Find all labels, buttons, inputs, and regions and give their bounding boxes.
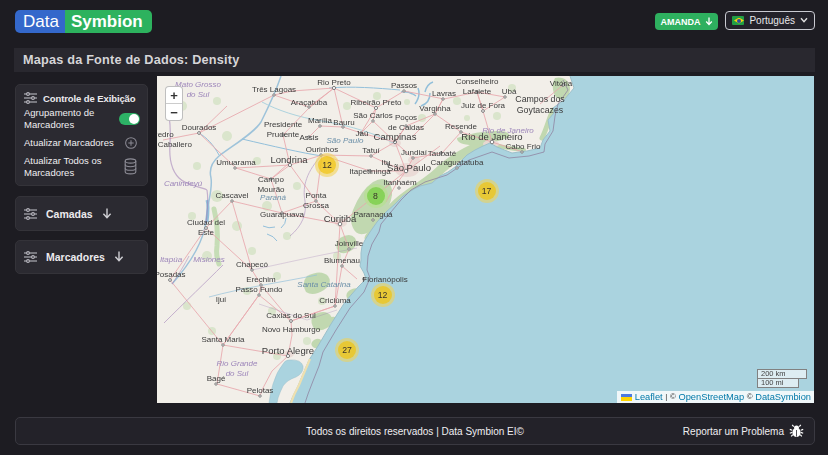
svg-text:Paranaguá: Paranaguá bbox=[353, 210, 393, 219]
svg-text:São Paulo: São Paulo bbox=[387, 162, 431, 173]
svg-text:Este: Este bbox=[198, 228, 215, 237]
svg-text:Cascavel: Cascavel bbox=[216, 191, 249, 200]
svg-text:Porto Alegre: Porto Alegre bbox=[262, 345, 314, 356]
svg-text:São Carlos: São Carlos bbox=[353, 111, 393, 120]
svg-text:Joinville: Joinville bbox=[335, 239, 364, 248]
svg-text:Guarapuava: Guarapuava bbox=[260, 210, 305, 219]
svg-text:Passo Fundo: Passo Fundo bbox=[235, 285, 283, 294]
svg-text:Lavras: Lavras bbox=[432, 89, 456, 98]
svg-text:Umuarama: Umuarama bbox=[216, 158, 256, 167]
svg-text:Blumenau: Blumenau bbox=[324, 256, 360, 265]
svg-text:Assis: Assis bbox=[299, 133, 318, 142]
svg-text:Itapúa: Itapúa bbox=[160, 255, 183, 264]
svg-text:Erechim: Erechim bbox=[246, 275, 276, 284]
svg-text:Pedro: Pedro bbox=[157, 130, 174, 139]
svg-text:Poços: Poços bbox=[395, 113, 417, 122]
svg-text:Ourinhos: Ourinhos bbox=[306, 145, 338, 154]
svg-text:Ijuí: Ijuí bbox=[216, 295, 227, 304]
svg-text:Criciúma: Criciúma bbox=[319, 296, 351, 305]
svg-text:Goytacazes: Goytacazes bbox=[517, 105, 564, 115]
svg-text:Passos: Passos bbox=[391, 81, 417, 90]
svg-text:Rio de Janeiro: Rio de Janeiro bbox=[482, 126, 534, 135]
svg-text:Paraná: Paraná bbox=[260, 193, 286, 202]
svg-text:Taubaté: Taubaté bbox=[428, 149, 457, 158]
svg-text:Santa Catarina: Santa Catarina bbox=[297, 280, 351, 289]
svg-text:Caraguatatuba: Caraguatatuba bbox=[431, 158, 484, 167]
svg-text:Canindeyú: Canindeyú bbox=[164, 179, 203, 188]
svg-text:Jundiaí: Jundiaí bbox=[401, 148, 428, 157]
svg-text:Curitiba: Curitiba bbox=[324, 213, 357, 224]
svg-text:Juiz de Fora: Juiz de Fora bbox=[461, 101, 506, 110]
svg-text:Ciudad del: Ciudad del bbox=[187, 218, 225, 227]
svg-text:Misiones: Misiones bbox=[193, 255, 225, 264]
svg-text:Bauru: Bauru bbox=[333, 118, 354, 127]
svg-text:Cabo Frio: Cabo Frio bbox=[505, 142, 541, 151]
svg-text:Bagé: Bagé bbox=[207, 374, 226, 383]
svg-text:Vitória: Vitória bbox=[550, 79, 573, 88]
svg-text:Novo Hamburgo: Novo Hamburgo bbox=[262, 325, 321, 334]
svg-text:Rio Grande: Rio Grande bbox=[217, 359, 258, 368]
svg-text:Ribeirão Preto: Ribeirão Preto bbox=[350, 98, 402, 107]
svg-text:Ponta: Ponta bbox=[306, 191, 327, 200]
svg-text:Dourados: Dourados bbox=[182, 123, 217, 132]
svg-text:Conselheiro: Conselheiro bbox=[456, 77, 499, 86]
svg-text:Marília: Marília bbox=[308, 116, 333, 125]
svg-text:Campos dos: Campos dos bbox=[515, 94, 565, 104]
svg-text:Varginha: Varginha bbox=[419, 104, 451, 113]
svg-text:Três Lagoas: Três Lagoas bbox=[252, 85, 296, 94]
svg-text:do Sul: do Sul bbox=[187, 90, 210, 99]
svg-text:Campo: Campo bbox=[258, 175, 284, 184]
svg-text:Juan Caballero: Juan Caballero bbox=[157, 140, 192, 149]
svg-text:Presidente: Presidente bbox=[264, 120, 303, 129]
svg-text:Londrina: Londrina bbox=[271, 154, 309, 165]
svg-text:Caxias do Sul: Caxias do Sul bbox=[266, 311, 316, 320]
svg-text:Itanhaém: Itanhaém bbox=[383, 178, 417, 187]
svg-text:Resende: Resende bbox=[445, 122, 478, 131]
svg-text:Santa Maria: Santa Maria bbox=[201, 335, 245, 344]
svg-text:Tatuí: Tatuí bbox=[362, 146, 380, 155]
svg-text:do Sul: do Sul bbox=[226, 369, 249, 378]
svg-text:Rio Preto: Rio Preto bbox=[317, 78, 351, 87]
svg-text:Grossa: Grossa bbox=[303, 201, 329, 210]
svg-text:Itapetininga: Itapetininga bbox=[349, 167, 391, 176]
svg-text:Chapecó: Chapecó bbox=[236, 260, 269, 269]
svg-text:Lafaiete: Lafaiete bbox=[463, 87, 492, 96]
svg-text:Prudente: Prudente bbox=[267, 130, 300, 139]
svg-text:São Paulo: São Paulo bbox=[327, 136, 364, 145]
svg-text:Campinas: Campinas bbox=[374, 131, 417, 142]
svg-text:Pelotas: Pelotas bbox=[247, 386, 274, 395]
svg-text:Posadas: Posadas bbox=[157, 270, 186, 279]
svg-text:Araçatuba: Araçatuba bbox=[291, 98, 328, 107]
